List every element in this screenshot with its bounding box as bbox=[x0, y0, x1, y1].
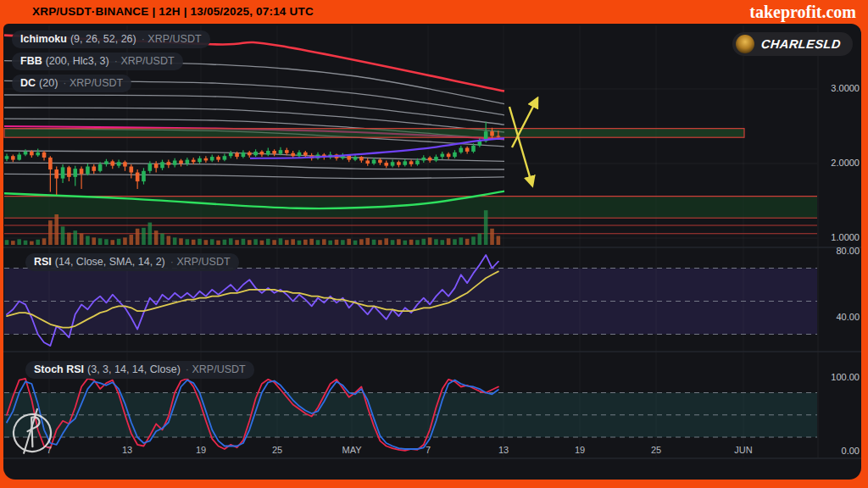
price-axis-label: 1.0000 bbox=[831, 232, 860, 242]
badge-label: CHARLESLD bbox=[760, 37, 842, 51]
lion-icon bbox=[736, 35, 754, 53]
indicator-name: RSI bbox=[34, 256, 52, 268]
time-axis-label: 7 bbox=[426, 445, 431, 455]
time-axis-label: 7 bbox=[47, 445, 52, 455]
price-axis-label: 2.0000 bbox=[831, 158, 860, 168]
indicator-symbol: XRP/USDT bbox=[142, 33, 202, 45]
time-axis-label: MAY bbox=[342, 445, 361, 455]
price-axis-label: 100.00 bbox=[831, 372, 860, 382]
indicator-pill-rsi[interactable]: RSI(14, Close, SMA, 14, 2)XRP/USDT bbox=[25, 253, 239, 271]
price-axis-label: 0.00 bbox=[842, 446, 860, 456]
time-axis-label: 19 bbox=[196, 445, 206, 455]
indicator-name: Ichimoku bbox=[20, 33, 67, 45]
time-axis-label: 25 bbox=[272, 445, 282, 455]
indicator-name: FBB bbox=[20, 55, 42, 67]
time-axis[interactable]: 7131925MAY7131925JUN bbox=[0, 0, 868, 488]
indicator-name: Stoch RSI bbox=[34, 363, 84, 375]
indicator-params: (9, 26, 52, 26) bbox=[70, 33, 136, 45]
app-window: XRP/USDT·BINANCE | 12H | 13/05/2025, 07:… bbox=[0, 0, 868, 488]
indicator-params: (200, Hlc3, 3) bbox=[46, 55, 109, 67]
indicator-symbol: XRP/USDT bbox=[114, 55, 175, 67]
indicator-params: (14, Close, SMA, 14, 2) bbox=[55, 256, 165, 268]
time-axis-label: JUN bbox=[734, 445, 752, 455]
indicator-pill-dc[interactable]: DC(20)XRP/USDT bbox=[12, 75, 131, 92]
time-axis-label: 25 bbox=[651, 445, 661, 455]
time-axis-label: 13 bbox=[122, 445, 132, 455]
price-axis-label: 3.0000 bbox=[831, 83, 860, 93]
indicator-symbol: XRP/USDT bbox=[186, 363, 246, 375]
indicator-params: (3, 3, 14, 14, Close) bbox=[87, 363, 181, 375]
price-axis-label: 40.00 bbox=[836, 312, 860, 322]
time-axis-label: 13 bbox=[498, 445, 509, 455]
indicator-pill-ichimoku[interactable]: Ichimoku(9, 26, 52, 26)XRP/USDT bbox=[12, 30, 210, 48]
charlesld-badge: CHARLESLD bbox=[732, 32, 853, 56]
indicator-pill-fbb[interactable]: FBB(200, Hlc3, 3)XRP/USDT bbox=[12, 53, 183, 70]
indicator-pill-stoch-rsi[interactable]: Stoch RSI(3, 3, 14, 14, Close)XRP/USDT bbox=[25, 361, 254, 379]
indicator-params: (20) bbox=[39, 77, 58, 89]
time-axis-label: 19 bbox=[575, 445, 585, 455]
indicator-symbol: XRP/USDT bbox=[170, 256, 231, 268]
indicator-name: DC bbox=[20, 77, 36, 89]
indicator-symbol: XRP/USDT bbox=[63, 77, 123, 89]
price-axis-label: 80.00 bbox=[836, 246, 860, 256]
